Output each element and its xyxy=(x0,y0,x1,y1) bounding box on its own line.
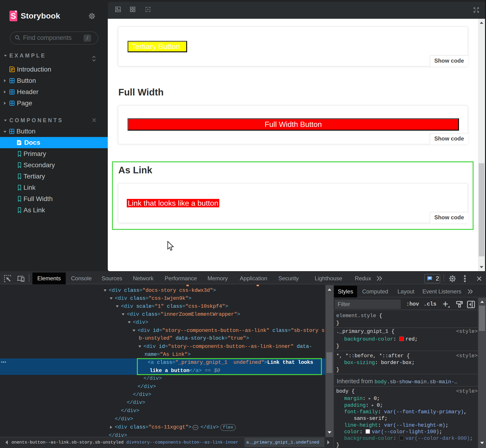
svg-text:S: S xyxy=(11,11,16,20)
